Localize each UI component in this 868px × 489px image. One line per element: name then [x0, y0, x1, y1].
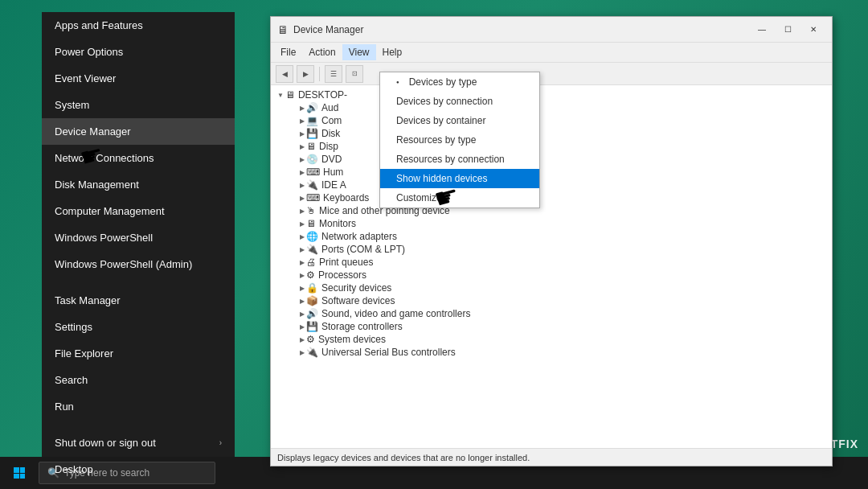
menu-item-computer-management[interactable]: Computer Management: [42, 198, 235, 224]
tree-item-processors[interactable]: ▶ ⚙ Processors: [274, 269, 829, 281]
menu-item-apps-features[interactable]: Apps and Features: [42, 12, 235, 39]
storage-icon: 💾: [306, 321, 318, 332]
tree-root-item[interactable]: ▼ 🖥 DESKTOP-: [274, 88, 829, 101]
processor-icon: ⚙: [306, 269, 315, 281]
device-manager-icon: 🖥: [277, 23, 289, 36]
tree-item-disk[interactable]: ▶ 💾 Disk: [274, 127, 829, 140]
menu-item-disk-management[interactable]: Disk Management: [42, 171, 235, 198]
tree-item-display[interactable]: ▶ 🖥 Disp: [274, 140, 829, 153]
tree-item-mice[interactable]: ▶ 🖱 Mice and other pointing device: [274, 204, 829, 217]
dropdown-item-by-container[interactable]: Devices by container: [380, 111, 539, 130]
tree-label: Print queues: [319, 257, 373, 268]
expand-icon: ▶: [300, 310, 305, 318]
status-text: Displays legacy devices and devices that…: [277, 453, 530, 462]
start-button[interactable]: [0, 457, 39, 489]
usb-icon: 🔌: [306, 347, 318, 358]
menu-view[interactable]: View: [342, 44, 376, 60]
arrow-icon: ›: [219, 438, 222, 447]
tree-item-sound[interactable]: ▶ 🔊 Sound, video and game controllers: [274, 307, 829, 320]
tree-label: Disk: [321, 128, 340, 139]
forward-button[interactable]: ▶: [297, 65, 314, 83]
menu-item-desktop[interactable]: Desktop: [42, 456, 235, 483]
menu-file[interactable]: File: [274, 44, 302, 60]
tree-item-software[interactable]: ▶ 📦 Software devices: [274, 294, 829, 307]
title-bar: 🖥 Device Manager — ☐ ✕: [271, 17, 832, 43]
dropdown-item-resources-connection[interactable]: Resources by connection: [380, 150, 539, 169]
properties-button[interactable]: ⊡: [346, 65, 363, 83]
tree-item-keyboards[interactable]: ▶ ⌨ Keyboards: [274, 191, 829, 204]
menu-item-run[interactable]: Run: [42, 393, 235, 420]
tree-item-com[interactable]: ▶ 💻 Com: [274, 114, 829, 127]
menu-item-system[interactable]: System: [42, 92, 235, 118]
tree-label: Monitors: [319, 218, 356, 229]
minimize-button[interactable]: —: [750, 22, 774, 38]
tree-item-ide[interactable]: ▶ 🔌 IDE A: [274, 179, 829, 191]
dropdown-item-by-type[interactable]: Devices by type: [380, 72, 539, 92]
expand-icon: ▶: [300, 298, 305, 305]
tree-label: Aud: [321, 102, 338, 113]
expand-icon: ▶: [300, 323, 305, 331]
dropdown-item-resources-type[interactable]: Resources by type: [380, 130, 539, 150]
menu-item-device-manager[interactable]: Device Manager: [42, 118, 235, 145]
menu-item-file-explorer[interactable]: File Explorer: [42, 340, 235, 367]
tree-item-ports[interactable]: ▶ 🔌 Ports (COM & LPT): [274, 243, 829, 256]
tree-label: Ports (COM & LPT): [321, 244, 405, 255]
tree-item-storage[interactable]: ▶ 💾 Storage controllers: [274, 320, 829, 333]
view-button[interactable]: ☰: [325, 65, 342, 83]
tree-label: Com: [321, 115, 342, 126]
dropdown-item-by-connection[interactable]: Devices by connection: [380, 92, 539, 111]
tree-label: Keyboards: [323, 192, 369, 203]
menu-item-network-connections[interactable]: Network Connections: [42, 145, 235, 171]
expand-icon: ▼: [277, 92, 284, 99]
close-button[interactable]: ✕: [801, 22, 825, 38]
back-button[interactable]: ◀: [276, 65, 293, 83]
expand-icon: ▶: [300, 182, 305, 189]
tree-item-system[interactable]: ▶ ⚙ System devices: [274, 333, 829, 346]
menu-item-task-manager[interactable]: Task Manager: [42, 287, 235, 314]
dropdown-item-show-hidden[interactable]: Show hidden devices: [380, 169, 539, 188]
window-title: Device Manager: [293, 24, 363, 35]
expand-icon: ▶: [300, 336, 305, 343]
content-area: ▼ 🖥 DESKTOP- ▶ 🔊 Aud ▶ 💻 Com ▶ 💾 Disk: [271, 85, 832, 448]
tree-item-monitors[interactable]: ▶ 🖥 Monitors: [274, 217, 829, 230]
expand-icon: ▶: [300, 285, 305, 292]
toolbar-separator-1: [319, 67, 320, 81]
tree-label: Network adapters: [321, 231, 397, 242]
menu-help[interactable]: Help: [376, 44, 409, 60]
dvd-icon: 💿: [306, 154, 318, 165]
menu-action[interactable]: Action: [302, 44, 342, 60]
system-icon: ⚙: [306, 334, 315, 345]
tree-item-network[interactable]: ▶ 🌐 Network adapters: [274, 230, 829, 243]
tree-label: Hum: [323, 166, 343, 178]
tree-view[interactable]: ▼ 🖥 DESKTOP- ▶ 🔊 Aud ▶ 💻 Com ▶ 💾 Disk: [271, 85, 832, 448]
toolbar: ◀ ▶ ☰ ⊡: [271, 63, 832, 85]
expand-icon: ▶: [300, 246, 305, 253]
expand-icon: ▶: [300, 169, 305, 176]
tree-item-audio[interactable]: ▶ 🔊 Aud: [274, 101, 829, 114]
tree-item-dvd[interactable]: ▶ 💿 DVD: [274, 153, 829, 166]
menu-item-windows-powershell-admin[interactable]: Windows PowerShell (Admin): [42, 251, 235, 277]
menu-bar: File Action View Help: [271, 43, 832, 63]
menu-item-search[interactable]: Search: [42, 367, 235, 393]
expand-icon: ▶: [300, 117, 305, 125]
expand-icon: ▶: [300, 349, 305, 356]
menu-item-event-viewer[interactable]: Event Viewer: [42, 65, 235, 92]
menu-item-power-options[interactable]: Power Options: [42, 39, 235, 65]
tree-item-print[interactable]: ▶ 🖨 Print queues: [274, 256, 829, 269]
menu-item-windows-powershell[interactable]: Windows PowerShell: [42, 224, 235, 251]
expand-icon: ▶: [300, 259, 305, 266]
display-icon: 🖥: [306, 141, 316, 152]
menu-item-shut-down[interactable]: Shut down or sign out ›: [42, 429, 235, 456]
tree-label: Processors: [318, 269, 366, 281]
tree-label: Storage controllers: [321, 321, 403, 332]
menu-item-settings[interactable]: Settings: [42, 314, 235, 340]
tree-item-security[interactable]: ▶ 🔒 Security devices: [274, 281, 829, 294]
tree-label: Software devices: [321, 295, 395, 306]
expand-icon: ▶: [300, 208, 305, 215]
dropdown-item-customize[interactable]: Customize...: [380, 188, 539, 208]
tree-item-usb[interactable]: ▶ 🔌 Universal Serial Bus controllers: [274, 346, 829, 359]
tree-root-label: DESKTOP-: [298, 89, 347, 101]
windows-logo-icon: [14, 467, 25, 479]
maximize-button[interactable]: ☐: [776, 22, 800, 38]
tree-item-hum[interactable]: ▶ ⌨ Hum: [274, 166, 829, 179]
